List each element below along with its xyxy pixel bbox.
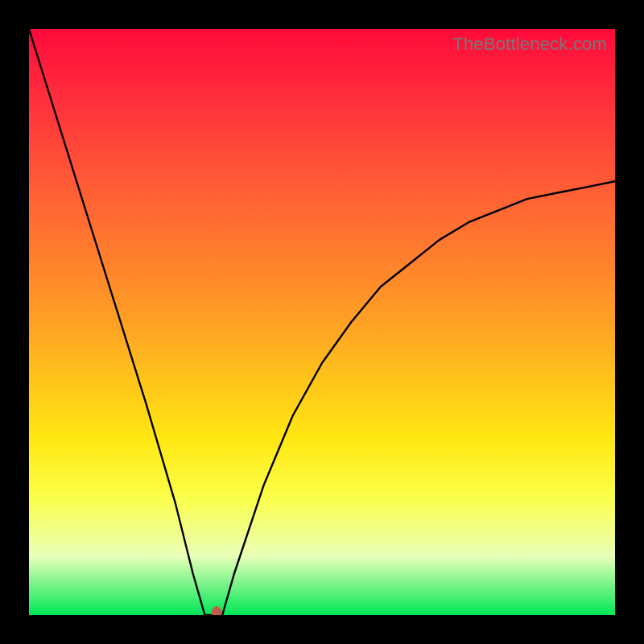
chart-frame: TheBottleneck.com xyxy=(0,0,644,644)
curve-path xyxy=(29,29,615,615)
plot-area: TheBottleneck.com xyxy=(29,29,615,615)
bottleneck-curve xyxy=(29,29,615,615)
watermark-text: TheBottleneck.com xyxy=(452,34,607,55)
optimum-marker xyxy=(211,606,221,615)
